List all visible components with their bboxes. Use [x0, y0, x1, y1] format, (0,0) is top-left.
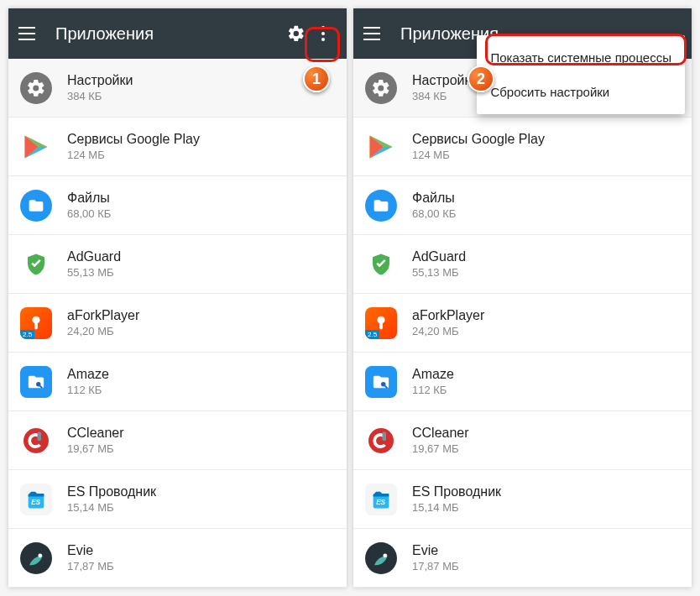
settings-icon[interactable]	[283, 20, 310, 47]
app-text: AdGuard55,13 МБ	[412, 249, 466, 279]
svg-point-7	[368, 428, 394, 453]
svg-rect-2	[38, 431, 42, 441]
menu-icon[interactable]	[363, 24, 384, 44]
app-row[interactable]: ESES Проводник15,14 МБ	[8, 470, 347, 529]
app-name: ES Проводник	[67, 484, 156, 499]
popup-reset-settings[interactable]: Сбросить настройки	[477, 75, 685, 109]
app-size: 112 КБ	[67, 384, 109, 396]
app-name: CCleaner	[67, 426, 124, 441]
app-text: Настройки384 КБ	[412, 73, 478, 102]
app-name: Evie	[412, 543, 459, 558]
app-text: ES Проводник15,14 МБ	[412, 484, 501, 514]
adguard-app-icon	[365, 248, 397, 280]
app-row[interactable]: 2.5aForkPlayer24,20 МБ	[353, 294, 692, 353]
app-list: Настройки384 КБСервисы Google Play124 МБ…	[353, 59, 692, 588]
app-name: Evie	[67, 543, 114, 558]
app-size: 384 КБ	[412, 90, 478, 102]
google-play-services-icon	[365, 131, 397, 163]
files-app-icon	[365, 190, 397, 222]
evie-app-icon	[365, 542, 397, 574]
svg-point-1	[24, 428, 49, 453]
app-size: 19,67 МБ	[67, 442, 124, 455]
app-text: Сервисы Google Play124 МБ	[67, 132, 200, 161]
phone-left: Приложения Настройки384 КБСервисы Google…	[8, 8, 347, 588]
app-text: ES Проводник15,14 МБ	[67, 484, 156, 514]
app-size: 24,20 МБ	[67, 325, 139, 337]
svg-point-11	[383, 553, 387, 557]
app-text: Сервисы Google Play124 МБ	[412, 132, 545, 161]
app-name: Файлы	[67, 191, 111, 206]
overflow-menu-icon[interactable]	[310, 20, 337, 47]
app-text: Файлы68,00 КБ	[67, 191, 111, 220]
adguard-app-icon	[20, 248, 52, 280]
app-name: Настройки	[67, 73, 133, 88]
app-name: AdGuard	[67, 249, 121, 264]
app-size: 68,00 КБ	[67, 207, 111, 220]
app-size: 68,00 КБ	[412, 207, 456, 220]
app-row[interactable]: Файлы68,00 КБ	[353, 176, 692, 235]
app-size: 17,87 МБ	[67, 560, 114, 572]
app-list: Настройки384 КБСервисы Google Play124 МБ…	[8, 59, 347, 588]
app-text: AdGuard55,13 МБ	[67, 249, 121, 279]
evie-app-icon	[20, 542, 52, 574]
app-row[interactable]: Evie17,87 МБ	[353, 529, 692, 588]
files-app-icon	[20, 190, 52, 222]
popup-show-system[interactable]: Показать системные процессы	[477, 40, 685, 75]
app-row[interactable]: AdGuard55,13 МБ	[353, 235, 692, 294]
settings-app-icon	[20, 72, 52, 104]
app-name: Файлы	[412, 191, 456, 206]
app-row[interactable]: Сервисы Google Play124 МБ	[8, 118, 347, 176]
app-text: CCleaner19,67 МБ	[412, 426, 469, 455]
appbar: Приложения	[8, 8, 347, 59]
app-text: Amaze112 КБ	[412, 367, 454, 396]
phone-right: Приложения Настройки384 КБСервисы Google…	[353, 8, 692, 588]
app-size: 15,14 МБ	[67, 501, 156, 514]
app-text: Amaze112 КБ	[67, 367, 109, 396]
svg-text:ES: ES	[376, 498, 385, 505]
app-row[interactable]: Amaze112 КБ	[8, 353, 347, 411]
app-name: Настройки	[412, 73, 478, 88]
app-size: 124 МБ	[67, 149, 200, 161]
app-row[interactable]: AdGuard55,13 МБ	[8, 235, 347, 294]
app-row[interactable]: Сервисы Google Play124 МБ	[353, 118, 692, 176]
app-text: Evie17,87 МБ	[412, 543, 459, 572]
app-size: 55,13 МБ	[67, 266, 121, 279]
aforkplayer-app-icon: 2.5	[20, 307, 52, 339]
app-size: 384 КБ	[67, 90, 133, 102]
amaze-app-icon	[20, 366, 52, 398]
app-row[interactable]: ESES Проводник15,14 МБ	[353, 470, 692, 529]
es-explorer-app-icon: ES	[20, 484, 52, 515]
svg-text:ES: ES	[31, 498, 40, 505]
app-name: AdGuard	[412, 249, 466, 264]
app-text: aForkPlayer24,20 МБ	[412, 308, 484, 337]
google-play-services-icon	[20, 131, 52, 163]
app-row[interactable]: Настройки384 КБ	[8, 59, 347, 118]
app-text: aForkPlayer24,20 МБ	[67, 308, 139, 337]
app-text: CCleaner19,67 МБ	[67, 426, 124, 455]
ccleaner-app-icon	[20, 425, 52, 457]
app-row[interactable]: CCleaner19,67 МБ	[8, 411, 347, 470]
svg-rect-8	[383, 431, 387, 441]
svg-point-5	[38, 553, 42, 557]
app-text: Evie17,87 МБ	[67, 543, 114, 572]
app-name: Сервисы Google Play	[67, 132, 200, 147]
app-name: Amaze	[412, 367, 454, 382]
app-row[interactable]: CCleaner19,67 МБ	[353, 411, 692, 470]
settings-app-icon	[365, 72, 397, 104]
app-size: 55,13 МБ	[412, 266, 466, 279]
menu-icon[interactable]	[18, 24, 39, 44]
app-row[interactable]: Amaze112 КБ	[353, 353, 692, 411]
app-row[interactable]: 2.5aForkPlayer24,20 МБ	[8, 294, 347, 353]
overflow-popup: Показать системные процессы Сбросить нас…	[477, 35, 685, 114]
app-size: 112 КБ	[412, 384, 454, 396]
app-text: Настройки384 КБ	[67, 73, 133, 102]
amaze-app-icon	[365, 366, 397, 398]
appbar-title: Приложения	[55, 24, 283, 44]
ccleaner-app-icon	[365, 425, 397, 457]
app-size: 124 МБ	[412, 149, 545, 161]
app-name: Amaze	[67, 367, 109, 382]
app-text: Файлы68,00 КБ	[412, 191, 456, 220]
app-size: 17,87 МБ	[412, 560, 459, 572]
app-row[interactable]: Evie17,87 МБ	[8, 529, 347, 588]
app-row[interactable]: Файлы68,00 КБ	[8, 176, 347, 235]
